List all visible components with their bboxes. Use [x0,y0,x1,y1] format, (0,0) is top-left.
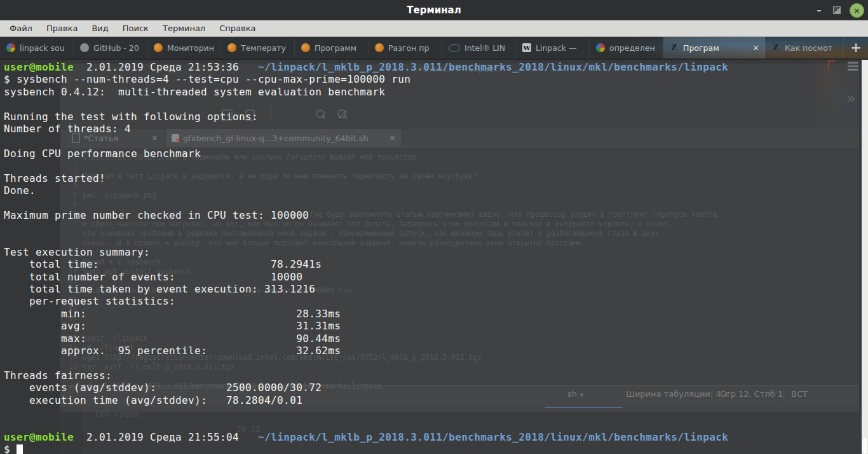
terminal-output[interactable]: user@mobile 2.01.2019 Среда 21:53:36 ~/l… [4,61,728,454]
tab-label: Температу [241,43,286,53]
blue-text: ~/linpack/l_mklb_p_2018.3.011/benchmarks… [258,61,728,73]
terminal-line: total time taken by event execution: 313… [4,283,728,295]
window-titlebar[interactable]: Терминал – × [0,0,868,20]
terminal-scrollbar-thumb[interactable] [862,437,867,454]
maximize-icon [833,6,841,14]
terminal-text: Maximum prime number checked in CPU test… [4,209,309,221]
terminal-line: max: 90.44ms [4,333,728,345]
terminal-line [4,233,728,245]
window-controls: – × [814,0,864,20]
terminal-text: Threads started! [4,172,105,184]
terminal-line [4,196,728,209]
terminal-text: Done. [4,184,36,196]
browser-menu-icon [848,62,858,72]
browser-tab: Linpack — [516,37,590,58]
github-icon [80,43,89,52]
menu-item-view[interactable]: Вид [85,20,115,36]
status-insert-mode: ВСТ [791,389,808,399]
browser-tab: Мониторин [147,37,221,58]
browser-tab: Температу [221,37,295,58]
terminal-line: sysbench 0.4.12: multi-threaded system e… [4,86,728,98]
terminal-line: Running the test with following options: [4,111,728,123]
menu-item-edit[interactable]: Правка [39,20,85,36]
terminal-text: total number of events: 10000 [4,271,302,283]
overclockers-icon [227,43,236,52]
terminal-line [4,135,728,147]
wallpaper-art-fragment [828,60,835,70]
terminal-line: Maximum prime number checked in CPU test… [4,209,728,221]
browser-tab: Программ [295,37,369,58]
browser-tab: Разгон пр [369,37,442,58]
window-title: Терминал [0,0,868,20]
terminal-text: Doing CPU performance benchmark [4,148,201,160]
terminal-line: user@mobile 2.01.2019 Среда 21:55:04 ~/l… [4,431,728,443]
green-text: user@mobile [4,431,74,443]
terminal-line: $ [4,443,728,454]
menu-item-help[interactable]: Справка [212,20,262,36]
google-icon [596,43,605,52]
browser-tab: Програм✕ [663,37,765,58]
terminal-text: sysbench 0.4.12: multi-threaded system e… [4,86,385,98]
menu-item-search[interactable]: Поиск [116,20,156,36]
terminal-text: Number of threads: 4 [4,123,131,135]
terminal-line: Test execution summary: [4,246,728,258]
overflow-chevron-icon: » [846,90,856,107]
terminal-line: execution time (avg/stddev): 78.2804/0.0… [4,394,728,406]
zen-icon [670,43,679,52]
wikipedia-icon [522,43,531,52]
terminal-text: $ sysbench --num-threads=4 --test=cpu --… [4,73,410,85]
tab-label: Программ [315,43,356,53]
terminal-line [4,418,728,430]
tab-label: Разгон пр [388,43,429,53]
terminal-line: min: 28.33ms [4,308,728,320]
terminal-text: avg: 31.31ms [4,320,341,332]
terminal-line: events (avg/stddev): 2500.0000/30.72 [4,382,728,394]
menu-item-file[interactable]: Файл [3,20,39,36]
tab-label: linpack sou [20,43,65,53]
terminal-text: Running the test with following options: [4,111,258,123]
tab-label: определен [609,43,655,53]
browser-tab: Как посмот [765,37,844,58]
minimize-button[interactable]: – [814,4,824,16]
terminal-line [4,160,728,172]
tab-label: Програм [683,43,719,53]
terminal-line: total number of events: 10000 [4,271,728,283]
terminal-line: total time: 78.2941s [4,258,728,270]
terminal-text: events (avg/stddev): 2500.0000/30.72 [4,382,322,394]
tab-label: Мониторин [167,43,214,53]
terminal-text: total time: 78.2941s [4,258,322,270]
overclockers-icon [301,43,310,52]
google-icon [6,43,15,52]
terminal-line [4,406,728,418]
terminal-scrollbar-track[interactable] [862,60,868,454]
terminal-text: approx. 95 percentile: 32.62ms [4,345,341,357]
overclockers-icon [154,43,163,52]
terminal-line: per-request statistics: [4,295,728,307]
terminal-line: avg: 31.31ms [4,320,728,332]
terminal-line [4,98,728,110]
terminal-line: Threads started! [4,172,728,184]
browser-tab: GitHub - 20 [74,37,147,58]
close-button[interactable]: × [850,3,864,18]
terminal-line: Done. [4,184,728,196]
terminal-text: Threads fairness: [4,369,112,382]
new-tab-button: + [844,37,868,58]
terminal-text: Test execution summary: [4,246,150,258]
intel-icon [449,44,460,52]
terminal-text: max: 90.44ms [4,333,341,345]
blue-text: ~/linpack/l_mklb_p_2018.3.011/benchmarks… [258,431,728,443]
tab-label: GitHub - 20 [93,43,139,53]
menu-item-terminal[interactable]: Терминал [156,20,212,36]
status-cursor-position: Стр 12, Стлб 1 [720,389,783,399]
tab-label: Linpack — [536,43,577,53]
browser-tab: Intel® LIN [442,37,516,58]
terminal-text: total time taken by event execution: 313… [4,283,315,295]
terminal-text: min: 28.33ms [4,308,341,320]
terminal-line: Number of threads: 4 [4,123,728,135]
terminal-line [4,221,728,233]
zen-icon [771,43,780,52]
terminal-text: 2.01.2019 Среда 21:55:04 [74,431,258,443]
terminal-text: per-request statistics: [4,295,175,307]
maximize-button[interactable] [833,4,841,17]
terminal-cursor [17,444,23,454]
